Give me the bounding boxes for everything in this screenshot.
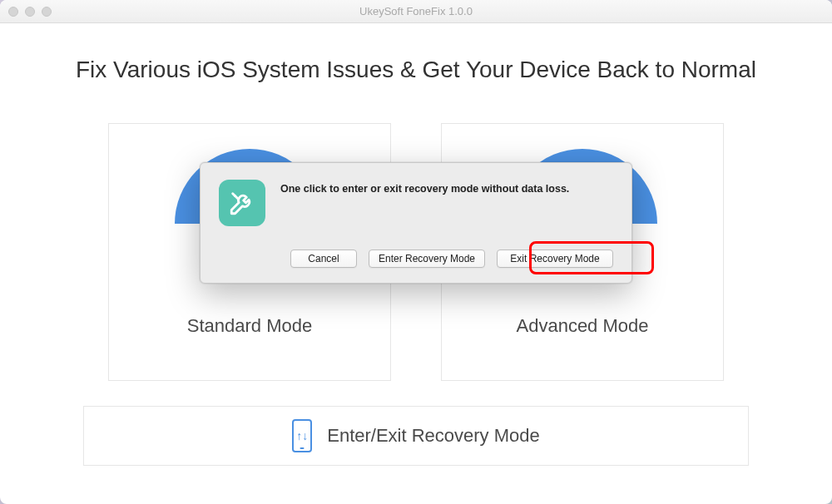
cancel-button[interactable]: Cancel	[290, 250, 357, 268]
enter-recovery-button[interactable]: Enter Recovery Mode	[369, 250, 485, 268]
close-window-button[interactable]	[8, 7, 18, 17]
minimize-window-button[interactable]	[25, 7, 35, 17]
recovery-mode-button[interactable]: ↑↓ Enter/Exit Recovery Mode	[83, 406, 749, 466]
advanced-mode-label: Advanced Mode	[517, 315, 649, 337]
tools-icon	[219, 180, 265, 226]
recovery-dialog: One click to enter or exit recovery mode…	[200, 162, 632, 284]
standard-mode-label: Standard Mode	[187, 315, 312, 337]
page-heading: Fix Various iOS System Issues & Get Your…	[50, 57, 782, 83]
dialog-button-row: Cancel Enter Recovery Mode Exit Recovery…	[219, 250, 613, 268]
phone-recovery-icon: ↑↓	[292, 419, 312, 452]
zoom-window-button[interactable]	[42, 7, 52, 17]
window-title: UkeySoft FoneFix 1.0.0	[359, 5, 473, 17]
titlebar: UkeySoft FoneFix 1.0.0	[0, 0, 832, 23]
dialog-body: One click to enter or exit recovery mode…	[219, 180, 613, 226]
recovery-mode-label: Enter/Exit Recovery Mode	[327, 425, 540, 447]
window-controls	[8, 7, 52, 17]
recovery-mode-bar: ↑↓ Enter/Exit Recovery Mode	[50, 406, 782, 466]
exit-recovery-button[interactable]: Exit Recovery Mode	[497, 250, 613, 268]
dialog-message: One click to enter or exit recovery mode…	[280, 180, 569, 195]
